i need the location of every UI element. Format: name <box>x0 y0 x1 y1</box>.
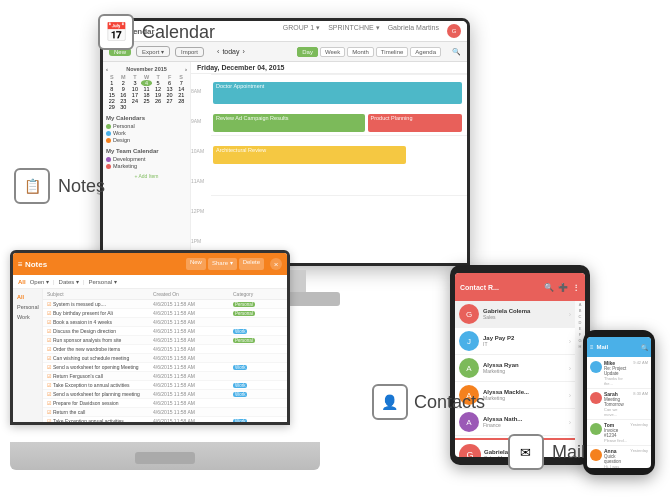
notes-nav-all[interactable]: All <box>15 292 40 302</box>
calendar-label: Calendar <box>142 22 215 43</box>
contact-info-4: Alyssa Nath... Finance <box>483 416 565 428</box>
phone-screen: ≡ Mail 🔍 Mike Re: Project Update Thanks … <box>587 337 651 468</box>
cal-next-btn[interactable]: › <box>243 48 245 55</box>
mail-content-0: Mike Re: Project Update Thanks for the..… <box>604 360 631 386</box>
mail-app-title: Mail <box>597 344 609 350</box>
notes-header: ≡ Notes New Share ▾ Delete × <box>13 253 287 275</box>
notes-label: Notes <box>58 176 105 197</box>
list-item[interactable]: ☑Buy birthday present for Ali4/6/2015 11… <box>43 309 287 318</box>
contact-avatar-0: G <box>459 304 479 324</box>
team-calendar-title: My Team Calendar <box>106 148 187 154</box>
mail-label: Mail <box>552 442 585 463</box>
mail-row-0[interactable]: Mike Re: Project Update Thanks for the..… <box>587 358 651 389</box>
cal-today-btn[interactable]: today <box>222 48 239 55</box>
cal-body: ‹ November 2015 › SMTWTFS 1234567 891011… <box>103 62 467 262</box>
mail-avatar-0 <box>590 361 602 373</box>
cal-marketing: Marketing <box>106 163 187 169</box>
notes-new-btn[interactable]: New <box>186 258 206 270</box>
mail-content-3: Anna Quick question Hi, I was won... <box>604 448 628 468</box>
cal-view-week[interactable]: Week <box>320 47 345 57</box>
mail-row-3[interactable]: Anna Quick question Hi, I was won... Yes… <box>587 446 651 468</box>
list-item[interactable]: ☑Take Exception annual activities4/6/201… <box>43 417 287 422</box>
list-item[interactable]: ☑Send a worksheet for planning meeting4/… <box>43 390 287 399</box>
notes-nav-work[interactable]: Work <box>15 312 40 322</box>
list-item[interactable]: ☑Send a worksheet for opening Meeting4/6… <box>43 363 287 372</box>
contact-info-0: Gabriela Colema Sales <box>483 308 565 320</box>
cal-event-2[interactable]: Product Planning <box>368 114 462 132</box>
list-item[interactable]: ☑Run sponsor analysis from site4/6/2015 … <box>43 336 287 345</box>
mail-content-1: Sarah Meeting Tomorrow Can we move... <box>604 391 631 417</box>
contact-row-0[interactable]: G Gabriela Colema Sales › <box>455 301 575 328</box>
mail-content-2: Tom Invoice #1234 Please find... <box>604 422 628 443</box>
contact-info-1: Jay Pay P2 IT <box>483 335 565 347</box>
cal-view-agenda[interactable]: Agenda <box>410 47 441 57</box>
cal-event-grid: 8AM 9AM 10AM 11AM 12PM 1PM <box>191 74 467 258</box>
notes-list: Subject Created On Category ☑System is m… <box>43 289 287 422</box>
contacts-label: Contacts <box>414 392 485 413</box>
list-item[interactable]: ☑Return Ferguson's call4/6/2015 11:58 AM <box>43 372 287 381</box>
contacts-header: Contact R... 🔍 ➕ ⋮ <box>455 273 585 301</box>
list-item[interactable]: ☑Discuss the Design direction4/6/2015 11… <box>43 327 287 336</box>
cal-prev-btn[interactable]: ‹ <box>217 48 219 55</box>
list-item[interactable]: ☑Prepare for Davidson session4/6/2015 11… <box>43 399 287 408</box>
notes-filter-personal[interactable]: Personal ▾ <box>89 278 117 285</box>
cal-event-3[interactable]: Architectural Review <box>213 146 406 164</box>
calendar-annotation: 📅 Calendar <box>98 14 215 50</box>
cal-view-month[interactable]: Month <box>347 47 374 57</box>
list-item[interactable]: ☑Order the new wardrobe items4/6/2015 11… <box>43 345 287 354</box>
cal-event-0[interactable]: Doctor Appointment <box>213 82 462 104</box>
contact-search-icon[interactable]: 🔍 <box>544 283 554 292</box>
cal-view-timeline[interactable]: Timeline <box>376 47 408 57</box>
list-item[interactable]: ☑Can wishing out schedule meeting4/6/201… <box>43 354 287 363</box>
cal-main: Friday, December 04, 2015 8AM 9AM 10AM 1… <box>191 62 467 262</box>
contact-info-2: Alyssa Ryan Marketing <box>483 362 565 374</box>
cal-sidebar: ‹ November 2015 › SMTWTFS 1234567 891011… <box>103 62 191 262</box>
notes-body: All Personal Work Subject Created On Cat… <box>13 289 287 422</box>
contact-more-icon[interactable]: ⋮ <box>572 283 580 292</box>
mini-grid: SMTWTFS 1234567 891011121314 15161718192… <box>106 74 187 110</box>
contact-info-3: Alyssa Mackle... Marketing <box>483 389 565 401</box>
cal-design: Design <box>106 137 187 143</box>
laptop: ≡ Notes New Share ▾ Delete × All Open ▾ … <box>10 250 320 470</box>
notes-filter-dates[interactable]: Dates ▾ <box>59 278 79 285</box>
cal-dev: Development <box>106 156 187 162</box>
mail-icon: ✉ <box>508 434 544 470</box>
contact-add-icon[interactable]: ➕ <box>558 283 568 292</box>
monitor-screen: ■ Calendar GROUP 1 ▾ SPRINTCHNE ▾ Gabrie… <box>100 18 470 266</box>
notes-filter-all[interactable]: All <box>18 279 26 285</box>
list-item[interactable]: ☑Book a session in 4 weeks4/6/2015 11:58… <box>43 318 287 327</box>
notes-toolbar: All Open ▾ | Dates ▾ | Personal ▾ <box>13 275 287 289</box>
contacts-app-title: Contact R... <box>460 284 499 291</box>
scene: 📅 Calendar 📋 Notes 👤 Contacts ✉ Mail <box>0 0 670 500</box>
cal-work: Work <box>106 130 187 136</box>
notes-share-btn[interactable]: Share ▾ <box>208 258 237 270</box>
mail-row-1[interactable]: Sarah Meeting Tomorrow Can we move... 8:… <box>587 389 651 420</box>
notes-filter-open[interactable]: Open ▾ <box>30 278 49 285</box>
list-item[interactable]: ☑Return the call4/6/2015 11:58 AM <box>43 408 287 417</box>
mini-month-title: November 2015 <box>126 66 167 72</box>
calendar-icon: 📅 <box>98 14 134 50</box>
notes-annotation: 📋 Notes <box>14 168 105 204</box>
detail-avatar: G <box>459 444 481 457</box>
notes-nav-personal[interactable]: Personal <box>15 302 40 312</box>
list-item[interactable]: ☑Take Exception to annual activities4/6/… <box>43 381 287 390</box>
mail-search-icon[interactable]: 🔍 <box>641 344 648 351</box>
phone-frame: ≡ Mail 🔍 Mike Re: Project Update Thanks … <box>583 330 655 475</box>
cal-view-day[interactable]: Day <box>297 47 318 57</box>
laptop-trackpad <box>135 452 195 464</box>
list-item[interactable]: ☑System is messed up....4/6/2015 11:58 A… <box>43 300 287 309</box>
mail-list: Mike Re: Project Update Thanks for the..… <box>587 357 651 468</box>
notes-icon: 📋 <box>14 168 50 204</box>
notes-close-btn[interactable]: × <box>270 258 282 270</box>
mail-hamburger-icon[interactable]: ≡ <box>590 344 594 350</box>
notes-delete-btn[interactable]: Delete <box>239 258 264 270</box>
contact-row-1[interactable]: J Jay Pay P2 IT › <box>455 328 575 355</box>
cal-event-1[interactable]: Review Ad Campaign Results <box>213 114 365 132</box>
mail-annotation: ✉ Mail <box>508 434 585 470</box>
laptop-base <box>10 442 320 470</box>
notes-list-header: Subject Created On Category <box>43 289 287 300</box>
search-icon[interactable]: 🔍 <box>452 48 461 56</box>
mail-row-2[interactable]: Tom Invoice #1234 Please find... Yesterd… <box>587 420 651 446</box>
add-item-btn[interactable]: + Add Item <box>106 173 187 179</box>
contact-row-2[interactable]: A Alyssa Ryan Marketing › <box>455 355 575 382</box>
